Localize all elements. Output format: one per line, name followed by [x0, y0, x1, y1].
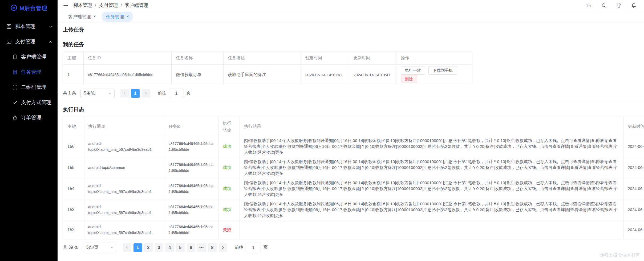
status-badge: 失败: [218, 220, 240, 239]
logs-page-button[interactable]: 6: [187, 243, 195, 252]
tab-label: 客户端管理: [68, 14, 91, 20]
logs-page-size-select[interactable]: 5条/页: [83, 243, 117, 252]
page-size-value: 5条/页: [84, 90, 96, 96]
action-button[interactable]: 执行一次: [401, 66, 425, 75]
topbar-icons: TT: [586, 3, 637, 8]
sidebar-item-paymethod[interactable]: 支付方式管理: [0, 95, 58, 110]
cell-updated-at: 2024-06-14 14:19:47: [349, 65, 396, 85]
logs-next-page-button[interactable]: [219, 243, 227, 252]
tab-client[interactable]: 客户端管理×: [64, 12, 99, 22]
my-tasks-table: 主键任务ID任务名称任务描述创建时间更新时间操作1c8177664cd49465…: [63, 52, 472, 85]
column-header: 执行结果: [240, 117, 623, 136]
header-row: 主键执行通道任务id执行状态执行结果更新时间: [63, 117, 644, 136]
close-icon[interactable]: ×: [93, 14, 96, 19]
search-icon[interactable]: [601, 3, 607, 8]
sidebar-item-label: 二维码管理: [21, 84, 53, 91]
section-title-my-tasks: 我的任务: [63, 37, 644, 52]
close-icon[interactable]: ×: [126, 14, 129, 19]
breadcrumb-separator: /: [92, 3, 99, 8]
logs-page-button[interactable]: 4: [165, 243, 174, 252]
sidebar: M M后台管理 脚本管理支付管理客户端管理任务管理二维码管理支付方式管理订单管理: [0, 0, 58, 261]
svg-text:T: T: [589, 4, 591, 7]
breadcrumb-item[interactable]: 脚本管理: [73, 2, 92, 9]
tab-label: 任务管理: [106, 14, 124, 20]
cell-updated-at: 2024-06-16: [623, 157, 644, 178]
sidebar-item-label: 支付管理: [15, 38, 48, 45]
cell-updated-at: 2024-06-16: [623, 220, 644, 239]
check-icon: [12, 100, 18, 105]
cell-updated-at: 2024-06-16: [623, 136, 644, 157]
column-header: 主键: [63, 52, 84, 65]
task-icon: [12, 69, 18, 75]
table-row: 155android-topic/commonc8177664cd49465cb…: [63, 157, 644, 178]
main-area: 脚本管理/支付管理/客户端管理 TT 客户端管理×任务管理× 上传任务 我的任务…: [58, 0, 644, 261]
logs-page-button[interactable]: 5: [176, 243, 185, 252]
logs-table: 主键执行通道任务id执行状态执行结果更新时间156android-topic/X…: [63, 117, 644, 239]
tshirt-icon[interactable]: [616, 3, 622, 8]
qrcode-icon: [12, 85, 18, 90]
content: 上传任务 我的任务 主键任务ID任务名称任务描述创建时间更新时间操作1c8177…: [58, 22, 644, 261]
column-header: 更新时间: [623, 117, 644, 136]
cell-key: 156: [63, 136, 84, 157]
breadcrumb-separator: /: [118, 3, 125, 8]
my-tasks-page-size-select[interactable]: 5条/页: [80, 89, 115, 98]
cell-key: 1: [63, 65, 84, 85]
sidebar-item-payment[interactable]: 支付管理: [0, 34, 58, 49]
logs-more-pages-button[interactable]: •••: [197, 243, 206, 252]
chevron-down-icon: [48, 24, 53, 29]
delete-button[interactable]: 删除: [401, 75, 417, 83]
logs-page-button[interactable]: 2: [144, 243, 153, 252]
bag-icon: [12, 115, 18, 120]
cell-result: |微信收款助手|00:14|个人收款服务|收款到账通知|06月16日 00:14…: [240, 157, 623, 178]
tab-task[interactable]: 任务管理×: [102, 12, 132, 22]
font-size-icon[interactable]: TT: [586, 3, 592, 8]
logs-page-button[interactable]: 8: [208, 243, 217, 252]
my-tasks-page-button[interactable]: 1: [131, 89, 140, 98]
column-header: 任务id: [164, 117, 218, 136]
logs-total-count: 共 39 条: [63, 245, 79, 250]
breadcrumb-item[interactable]: 支付管理: [99, 2, 118, 9]
sidebar-item-client[interactable]: 客户端管理: [0, 49, 58, 64]
cell-task-name: 微信获取订单: [172, 65, 224, 85]
column-header: 任务名称: [172, 52, 224, 65]
cell-updated-at: 2024-06-16: [623, 178, 644, 199]
column-header: 更新时间: [349, 52, 396, 65]
svg-text:T: T: [587, 3, 589, 7]
logs-page-button[interactable]: 1: [133, 243, 142, 252]
sidebar-item-order[interactable]: 订单管理: [0, 110, 58, 125]
app-root: M M后台管理 脚本管理支付管理客户端管理任务管理二维码管理支付方式管理订单管理…: [0, 0, 644, 261]
cell-task-id: c8177664cd49465cb95dca1d85cb6dde: [164, 157, 218, 178]
logs-goto-input[interactable]: [246, 243, 261, 252]
logs-prev-page-button[interactable]: [123, 243, 131, 252]
my-tasks-pager: 1: [119, 89, 151, 98]
sidebar-item-script[interactable]: 脚本管理: [0, 19, 58, 34]
cell-description: 获取助手里面的备注: [224, 65, 301, 85]
menu-collapse-icon[interactable]: [63, 3, 68, 8]
status-badge: 成功: [218, 157, 240, 178]
my-tasks-pagination: 共 1 条5条/页1前往页: [63, 89, 644, 98]
cell-task-id: c8177664cd49465cb95dca1d85cb6dde: [84, 65, 172, 85]
breadcrumb: 脚本管理/支付管理/客户端管理: [73, 2, 148, 9]
logs-page-button[interactable]: 3: [155, 243, 163, 252]
sidebar-item-label: 客户端管理: [21, 53, 53, 60]
cell-result: |微信收款助手|00:14|个人收款服务|收款到账通知|06月16日 00:14…: [240, 178, 623, 199]
my-tasks-next-page-button[interactable]: [142, 89, 150, 98]
my-tasks-prev-page-button[interactable]: [120, 89, 129, 98]
sidebar-item-qrcode[interactable]: 二维码管理: [0, 80, 58, 95]
cell-updated-at: 2024-06-16: [623, 199, 644, 220]
app-logo: M M后台管理: [0, 0, 58, 17]
bell-icon[interactable]: [631, 3, 637, 8]
cell-key: 152: [63, 220, 84, 239]
table-row: 152android-topic/Xiaomi_umi_567ca94be3d3…: [63, 220, 644, 239]
table-row: 156android-topic/Xiaomi_umi_567ca94be3d3…: [63, 136, 644, 157]
sidebar-item-task[interactable]: 任务管理: [0, 64, 58, 80]
column-header: 任务ID: [84, 52, 172, 65]
cell-task-id: c8177664cd49465cb95dca1d85cb6dde: [164, 178, 218, 199]
action-button[interactable]: 下载到手机: [428, 66, 457, 75]
breadcrumb-item[interactable]: 客户端管理: [125, 2, 148, 9]
section-title-logs: 执行日志: [63, 102, 644, 117]
sidebar-item-label: 脚本管理: [15, 23, 48, 30]
table-row: 153android-topic/Xiaomi_umi_567ca94be3d3…: [63, 199, 644, 220]
my-tasks-goto-input[interactable]: [169, 89, 184, 98]
column-header: 操作: [396, 52, 472, 65]
